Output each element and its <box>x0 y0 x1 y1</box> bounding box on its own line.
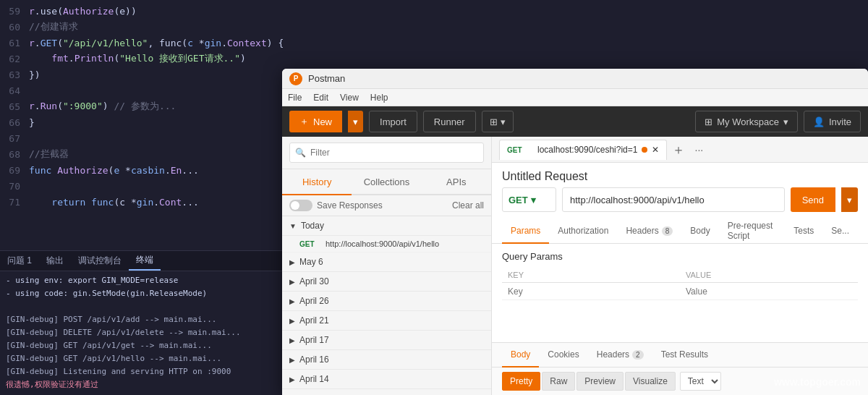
invite-button[interactable]: 👤 Invite <box>804 111 861 132</box>
chevron-down-icon: ▾ <box>353 116 358 127</box>
subtab-prerequest[interactable]: Pre-request Script <box>719 219 786 244</box>
terminal-tab-terminal[interactable]: 终端 <box>129 251 161 271</box>
postman-window: P Postman File Edit View Help ＋ New ▾ Im… <box>282 69 868 395</box>
sidebar-search-wrap: 🔍 <box>282 137 491 169</box>
history-group-apr14-header[interactable]: ▶ April 14 <box>282 370 491 389</box>
may6-label: May 6 <box>299 257 323 267</box>
history-group-apr21-header[interactable]: ▶ April 21 <box>282 311 491 331</box>
new-tab-button[interactable]: ＋ <box>670 141 687 158</box>
history-group-apr26-header[interactable]: ▶ April 26 <box>282 292 491 311</box>
request-subtabs: Params Authorization Headers 8 Body Pre-… <box>492 219 868 244</box>
tab-history[interactable]: History <box>282 169 352 195</box>
new-button[interactable]: ＋ New <box>289 111 342 132</box>
plus-icon: ＋ <box>299 115 309 128</box>
toggle-knob <box>291 201 299 210</box>
apr21-label: April 21 <box>299 315 329 326</box>
subtab-settings[interactable]: Se... <box>822 219 858 244</box>
postman-logo: P <box>289 72 302 85</box>
send-button[interactable]: Send <box>791 187 835 212</box>
resp-tab-headers[interactable]: Headers 2 <box>588 343 652 368</box>
clear-all-button[interactable]: Clear all <box>452 200 484 211</box>
chevron-down-icon-2: ▾ <box>501 116 506 127</box>
terminal-tab-debug[interactable]: 调试控制台 <box>71 251 129 271</box>
format-raw[interactable]: Raw <box>542 372 575 391</box>
history-list: ▼ Today GET http://localhost:9000/api/v1… <box>282 216 491 395</box>
save-responses-toggle[interactable] <box>289 200 312 211</box>
terminal-line-3 <box>6 300 276 313</box>
tab-collections[interactable]: Collections <box>352 169 421 195</box>
more-tabs-button[interactable]: ··· <box>690 141 707 158</box>
subtab-body[interactable]: Body <box>681 219 718 244</box>
request-title: Untitled Request <box>492 163 868 187</box>
method-label: GET <box>509 195 528 205</box>
method-badge-get: GET <box>299 240 320 248</box>
history-group-apr16: ▶ April 16 <box>282 350 491 370</box>
chevron-right-icon-apr26: ▶ <box>289 297 295 305</box>
format-pretty[interactable]: Pretty <box>502 372 540 391</box>
postman-titlebar: P Postman <box>282 69 868 89</box>
workspace-grid-icon: ⊞ <box>705 116 712 127</box>
terminal-tab-output[interactable]: 输出 <box>39 251 71 271</box>
menu-view[interactable]: View <box>340 93 359 103</box>
tab-apis[interactable]: APIs <box>422 169 491 195</box>
history-item-0[interactable]: GET http://localhost:9000/api/v1/hello <box>282 236 491 252</box>
icon-button[interactable]: ⊞ ▾ <box>482 111 514 132</box>
workspace-button[interactable]: ⊞ My Workspace ▾ <box>695 111 798 132</box>
menu-file[interactable]: File <box>288 93 302 103</box>
terminal-line-9: 很遗憾,权限验证没有通过 <box>6 378 276 391</box>
history-group-apr21: ▶ April 21 <box>282 311 491 331</box>
history-group-apr30-header[interactable]: ▶ April 30 <box>282 272 491 292</box>
param-key-input[interactable] <box>508 286 674 297</box>
chevron-right-icon-apr14: ▶ <box>289 375 295 383</box>
format-preview[interactable]: Preview <box>576 372 624 391</box>
resp-tab-cookies[interactable]: Cookies <box>539 343 587 368</box>
terminal-line-2: - using code: gin.SetMode(gin.ReleaseMod… <box>6 287 276 300</box>
history-group-may6: ▶ May 6 <box>282 252 491 272</box>
resp-tab-body[interactable]: Body <box>502 343 539 368</box>
history-group-apr17: ▶ April 17 <box>282 331 491 350</box>
subtab-headers[interactable]: Headers 8 <box>617 219 681 244</box>
url-input[interactable] <box>562 187 785 212</box>
format-type-select[interactable]: Text <box>680 372 721 391</box>
new-dropdown-button[interactable]: ▾ <box>348 111 363 132</box>
today-label: Today <box>301 221 324 231</box>
value-col-header: VALUE <box>680 268 858 283</box>
subtab-authorization[interactable]: Authorization <box>549 219 617 244</box>
url-bar: GET ▾ Send ▾ <box>492 187 868 219</box>
subtab-tests[interactable]: Tests <box>785 219 822 244</box>
menu-edit[interactable]: Edit <box>313 93 328 103</box>
watermark: www.topgoer.com <box>774 376 861 388</box>
chevron-right-icon-apr21: ▶ <box>289 317 295 325</box>
history-group-may6-header[interactable]: ▶ May 6 <box>282 252 491 272</box>
search-input[interactable] <box>289 143 484 163</box>
apr26-label: April 26 <box>299 296 329 306</box>
terminal-content: - using env: export GIN_MODE=release - u… <box>0 271 282 394</box>
runner-button[interactable]: Runner <box>423 111 476 132</box>
terminal-tab-problems[interactable]: 问题 1 <box>0 251 39 271</box>
chevron-right-icon-may6: ▶ <box>289 258 295 266</box>
code-line-62: 62 fmt.Println("Hello 接收到GET请求..") <box>0 51 868 67</box>
chevron-right-icon-apr17: ▶ <box>289 336 295 344</box>
request-tab-active[interactable]: GET localhost:9090/ceshi?id=1 ✕ <box>499 140 667 160</box>
history-group-apr17-header[interactable]: ▶ April 17 <box>282 331 491 350</box>
method-select[interactable]: GET ▾ <box>502 187 556 212</box>
subtab-params[interactable]: Params <box>502 219 549 244</box>
query-params-title: Query Params <box>502 251 858 262</box>
resp-tab-test-results[interactable]: Test Results <box>652 343 717 368</box>
history-group-apr16-header[interactable]: ▶ April 16 <box>282 350 491 370</box>
tab-plus-btn[interactable]: ✕ <box>652 145 659 155</box>
resp-headers-badge: 2 <box>632 350 644 360</box>
request-tabs: GET localhost:9090/ceshi?id=1 ✕ ＋ ··· <box>492 137 868 163</box>
terminal-line-4: [GIN-debug] POST /api/v1/add --> main.ma… <box>6 313 276 326</box>
send-arrow-button[interactable]: ▾ <box>841 187 858 212</box>
import-button[interactable]: Import <box>369 111 417 132</box>
apr14-label: April 14 <box>299 374 329 384</box>
history-group-today-header[interactable]: ▼ Today <box>282 216 491 236</box>
format-visualize[interactable]: Visualize <box>625 372 676 391</box>
save-responses-label: Save Responses <box>317 200 383 211</box>
param-value-input[interactable] <box>686 286 852 297</box>
query-params-section: Query Params KEY VALUE <box>492 244 868 342</box>
terminal-line-1: - using env: export GIN_MODE=release <box>6 274 276 287</box>
history-url-0: http://localhost:9000/api/v1/hello <box>326 239 439 248</box>
menu-help[interactable]: Help <box>370 93 388 103</box>
